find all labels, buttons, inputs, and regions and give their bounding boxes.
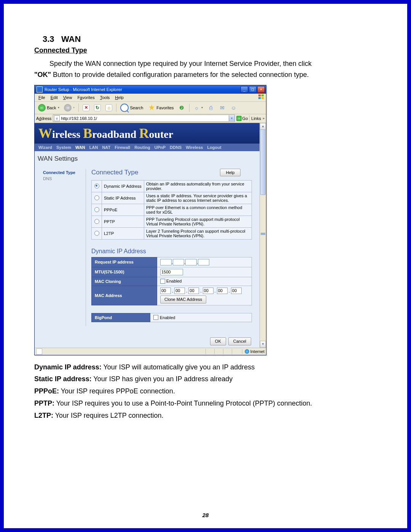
option-label: Static IP Address xyxy=(102,192,144,204)
enabled-label: Enabled xyxy=(160,315,175,320)
option-row: Static IP Address Uses a static IP addre… xyxy=(92,192,252,204)
nav-nat[interactable]: NAT xyxy=(100,144,112,150)
minimize-button[interactable]: _ xyxy=(241,86,248,93)
refresh-button[interactable]: ↻ xyxy=(92,104,102,112)
home-button[interactable]: ⌂ xyxy=(104,104,114,112)
nav-wan[interactable]: WAN xyxy=(73,144,87,150)
back-button[interactable]: ←Back▾ xyxy=(37,103,61,112)
menu-tools[interactable]: Tools xyxy=(98,94,112,101)
option-row: L2TP Layer 2 Tunneling Protocol can supp… xyxy=(92,227,252,239)
address-field[interactable]: e http://192.168.10.1/ ▾ xyxy=(53,115,234,122)
option-label: PPTP xyxy=(102,216,144,227)
nav-lan[interactable]: LAN xyxy=(88,144,100,150)
label-bigpond: BigPond xyxy=(91,313,150,322)
option-desc: PPP Tunneling Protocol can support multi… xyxy=(144,216,252,227)
nav-system[interactable]: System xyxy=(54,144,73,150)
close-button[interactable]: × xyxy=(257,86,265,93)
mac-2[interactable] xyxy=(174,288,185,294)
mac-6[interactable] xyxy=(231,288,242,294)
scroll-down-arrow[interactable]: ▼ xyxy=(260,341,266,348)
section-number: 3.3 xyxy=(43,34,54,44)
menu-favorites[interactable]: Favorites xyxy=(75,94,97,101)
messenger-button[interactable]: ☺ xyxy=(229,104,239,112)
go-button[interactable]: →Go xyxy=(236,116,248,121)
nav-wizard[interactable]: Wizard xyxy=(37,144,54,150)
favorites-button[interactable]: ★Favorites xyxy=(146,103,175,112)
option-label: L2TP xyxy=(102,227,144,239)
option-desc: Obtain an IP address automatically from … xyxy=(144,180,252,192)
sidenav-dns[interactable]: DNS xyxy=(43,176,86,181)
vertical-scrollbar[interactable]: ▲ ▼ xyxy=(260,123,266,348)
nav-routing[interactable]: Routing xyxy=(132,144,152,150)
definitions-list: Dynamic IP address: Your ISP will automa… xyxy=(34,362,377,421)
help-button[interactable]: Help xyxy=(220,169,241,176)
scroll-thumb[interactable] xyxy=(260,129,266,195)
links-label[interactable]: Links xyxy=(251,116,261,121)
scroll-up-arrow[interactable]: ▲ xyxy=(260,123,266,130)
stop-button[interactable]: ✕ xyxy=(81,104,91,112)
mac-3[interactable] xyxy=(188,288,199,294)
radio-pppoe[interactable] xyxy=(94,207,99,212)
enabled-label: Enabled xyxy=(166,279,182,283)
radio-static-ip[interactable] xyxy=(94,195,99,200)
option-desc: Uses a static IP address. Your service p… xyxy=(144,192,252,204)
print-button[interactable]: ⎙ xyxy=(206,104,216,112)
radio-l2tp[interactable] xyxy=(94,231,99,236)
ip-octet-1[interactable] xyxy=(160,259,172,265)
address-value: http://192.168.10.1/ xyxy=(61,116,97,121)
option-row: PPTP PPP Tunneling Protocol can support … xyxy=(92,216,252,227)
ie-icon xyxy=(37,86,43,93)
option-row: PPPoE PPP over Ethernet is a common conn… xyxy=(92,204,252,216)
nav-logout[interactable]: Logout xyxy=(205,144,223,150)
clone-mac-button[interactable]: Clone MAC Address xyxy=(160,296,206,304)
forward-button[interactable]: →▾ xyxy=(62,103,76,112)
nav-firewall[interactable]: Firewall xyxy=(113,144,132,150)
history-button[interactable]: ☼▾ xyxy=(192,104,204,112)
nav-upnp[interactable]: UPnP xyxy=(153,144,167,150)
zone-label: Internet xyxy=(250,349,264,354)
section-subheading: Connected Type xyxy=(34,46,377,54)
label-mac-cloning: MAC Cloning xyxy=(92,277,157,286)
sidenav-connected-type[interactable]: Connected Type xyxy=(43,170,86,175)
def-pppoe-bold: PPPoE: xyxy=(34,387,59,395)
bigpond-checkbox[interactable] xyxy=(153,315,158,320)
ip-octet-4[interactable] xyxy=(198,259,209,265)
menu-bar: File Edit View Favorites Tools Help xyxy=(35,94,266,102)
globe-icon xyxy=(245,349,249,354)
bigpond-row: BigPond Enabled xyxy=(91,313,252,322)
menu-edit[interactable]: Edit xyxy=(48,94,60,101)
label-request-ip: Request IP address xyxy=(92,257,157,267)
search-button[interactable]: Search xyxy=(119,103,145,113)
def-static-text: Your ISP has given you an IP address alr… xyxy=(92,375,233,383)
links-chevron-icon[interactable]: » xyxy=(263,117,264,120)
nav-wireless[interactable]: Wireless xyxy=(184,144,205,150)
menu-view[interactable]: View xyxy=(61,94,75,101)
option-label: PPPoE xyxy=(102,204,144,216)
address-dropdown[interactable]: ▾ xyxy=(229,115,234,121)
mtu-input[interactable] xyxy=(160,269,183,275)
mac-5[interactable] xyxy=(217,288,228,294)
maximize-button[interactable]: □ xyxy=(249,86,256,93)
dynamic-ip-form: Request IP address ... MTU(576-1500) MA xyxy=(91,257,252,305)
section-heading: 3.3 WAN xyxy=(43,34,377,44)
radio-dynamic-ip[interactable] xyxy=(94,184,99,189)
mac-4[interactable] xyxy=(203,288,213,294)
connection-options-table: Dynamic IP Address Obtain an IP address … xyxy=(91,180,252,240)
status-page-icon xyxy=(36,348,42,355)
mail-button[interactable]: ✉ xyxy=(217,104,227,112)
ok-button[interactable]: OK xyxy=(210,337,226,345)
page-number: 28 xyxy=(4,512,407,518)
mac-1[interactable] xyxy=(160,288,171,294)
ip-octet-3[interactable] xyxy=(185,259,197,265)
cancel-button[interactable]: Cancel xyxy=(228,337,251,345)
ip-octet-2[interactable] xyxy=(173,259,184,265)
toolbar: ←Back▾ →▾ ✕ ↻ ⌂ Search ★Favorites ❷ ☼▾ ⎙… xyxy=(35,102,266,114)
def-pptp-bold: PPTP: xyxy=(34,399,54,407)
radio-pptp[interactable] xyxy=(94,219,99,224)
mac-cloning-checkbox[interactable] xyxy=(160,279,165,284)
security-zone: Internet xyxy=(242,349,264,354)
menu-file[interactable]: File xyxy=(36,94,48,101)
menu-help[interactable]: Help xyxy=(113,94,126,101)
nav-ddns[interactable]: DDNS xyxy=(168,144,183,150)
media-button[interactable]: ❷ xyxy=(177,104,187,112)
